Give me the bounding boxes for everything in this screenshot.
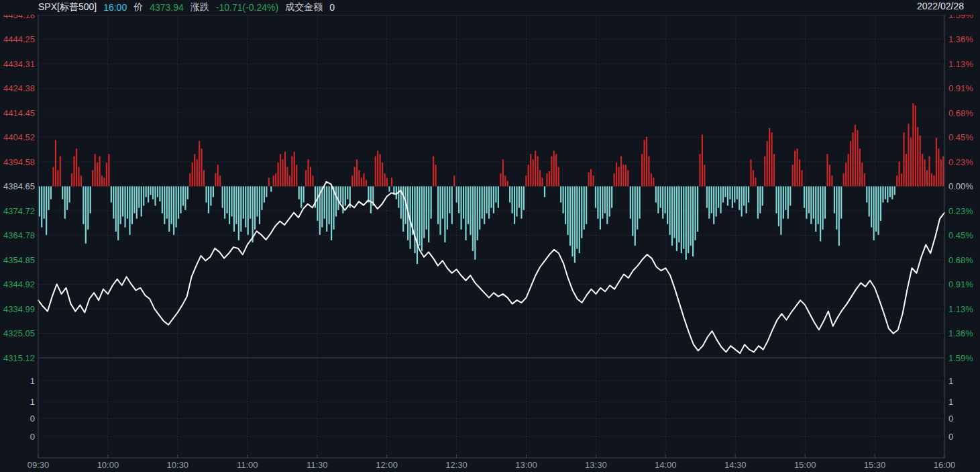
svg-text:14:30: 14:30 bbox=[724, 460, 747, 470]
svg-text:0: 0 bbox=[948, 432, 953, 442]
svg-text:0: 0 bbox=[30, 414, 35, 424]
svg-text:0.91%: 0.91% bbox=[948, 279, 973, 289]
turnover-value: 0 bbox=[329, 2, 335, 13]
svg-text:12:00: 12:00 bbox=[376, 460, 398, 470]
change-bars bbox=[39, 103, 944, 264]
svg-text:11:00: 11:00 bbox=[237, 460, 258, 470]
svg-text:4334.99: 4334.99 bbox=[3, 304, 35, 314]
volume-axis-right: 1100 bbox=[948, 376, 953, 442]
svg-text:4344.92: 4344.92 bbox=[3, 279, 35, 289]
svg-text:4444.25: 4444.25 bbox=[3, 34, 35, 44]
svg-text:4354.85: 4354.85 bbox=[3, 255, 35, 265]
svg-text:4315.12: 4315.12 bbox=[3, 353, 35, 363]
svg-text:15:30: 15:30 bbox=[864, 460, 886, 470]
svg-text:1: 1 bbox=[948, 397, 953, 407]
volume-axis-left: 1100 bbox=[30, 376, 35, 442]
right-percent-axis: 1.59%1.36%1.13%0.91%0.68%0.45%0.23%0.00%… bbox=[948, 15, 973, 363]
svg-text:1.36%: 1.36% bbox=[948, 328, 973, 338]
svg-text:15:00: 15:00 bbox=[794, 460, 816, 470]
svg-text:4434.31: 4434.31 bbox=[3, 59, 35, 69]
quote-header: SPX[标普500] 16:00 价 4373.94 涨跌 -10.71(-0.… bbox=[0, 0, 980, 15]
price-label: 价 bbox=[133, 1, 143, 13]
svg-text:0.91%: 0.91% bbox=[948, 83, 973, 93]
svg-text:1.13%: 1.13% bbox=[948, 59, 973, 69]
svg-text:1.59%: 1.59% bbox=[948, 353, 973, 363]
svg-text:0.00%: 0.00% bbox=[948, 181, 973, 191]
change-value: -10.71(-0.24%) bbox=[216, 2, 278, 13]
svg-text:13:00: 13:00 bbox=[515, 460, 537, 470]
svg-text:1: 1 bbox=[30, 397, 35, 407]
intraday-chart[interactable]: 4454.184444.254434.314424.384414.454404.… bbox=[0, 15, 980, 472]
quote-time: 16:00 bbox=[103, 2, 127, 13]
svg-text:4424.38: 4424.38 bbox=[3, 83, 35, 93]
svg-text:4414.45: 4414.45 bbox=[3, 108, 35, 118]
svg-text:0: 0 bbox=[948, 414, 953, 424]
svg-text:4394.58: 4394.58 bbox=[3, 157, 35, 167]
last-price: 4373.94 bbox=[150, 2, 184, 13]
svg-text:13:30: 13:30 bbox=[585, 460, 607, 470]
left-price-axis: 4454.184444.254434.314424.384414.454404.… bbox=[3, 15, 35, 363]
svg-text:4454.18: 4454.18 bbox=[3, 15, 35, 20]
svg-text:0.68%: 0.68% bbox=[948, 255, 973, 265]
svg-text:1.59%: 1.59% bbox=[948, 15, 973, 20]
svg-text:4404.52: 4404.52 bbox=[3, 132, 35, 142]
svg-text:0: 0 bbox=[30, 432, 35, 442]
change-label: 涨跌 bbox=[190, 1, 209, 13]
grid-lines bbox=[38, 15, 944, 458]
time-axis: 09:3010:0010:3011:0011:3012:0012:3013:00… bbox=[28, 460, 956, 470]
quote-date: 2022/02/28 bbox=[917, 1, 964, 11]
svg-text:4325.05: 4325.05 bbox=[3, 328, 35, 338]
svg-text:11:30: 11:30 bbox=[307, 460, 328, 470]
svg-text:1: 1 bbox=[948, 376, 953, 386]
svg-text:0.45%: 0.45% bbox=[948, 132, 973, 142]
symbol-name: SPX[标普500] bbox=[38, 1, 97, 13]
svg-text:09:30: 09:30 bbox=[28, 460, 50, 470]
trading-app: SPX[标普500] 16:00 价 4373.94 涨跌 -10.71(-0.… bbox=[0, 0, 980, 472]
svg-text:0.68%: 0.68% bbox=[948, 108, 973, 118]
svg-text:4364.78: 4364.78 bbox=[3, 230, 35, 240]
svg-text:14:00: 14:00 bbox=[655, 460, 677, 470]
svg-text:10:30: 10:30 bbox=[167, 460, 189, 470]
svg-text:4374.72: 4374.72 bbox=[3, 206, 35, 216]
svg-text:10:00: 10:00 bbox=[97, 460, 119, 470]
svg-text:1: 1 bbox=[30, 376, 35, 386]
svg-text:12:30: 12:30 bbox=[445, 460, 468, 470]
svg-text:1.36%: 1.36% bbox=[948, 34, 973, 44]
svg-text:4384.65: 4384.65 bbox=[3, 181, 35, 191]
svg-text:1.13%: 1.13% bbox=[948, 304, 973, 314]
svg-text:0.23%: 0.23% bbox=[948, 157, 973, 167]
svg-text:0.45%: 0.45% bbox=[948, 230, 973, 240]
svg-text:16:00: 16:00 bbox=[934, 460, 956, 470]
svg-text:0.23%: 0.23% bbox=[948, 206, 973, 216]
pane-borders bbox=[38, 15, 944, 458]
turnover-label: 成交金额 bbox=[285, 1, 323, 13]
